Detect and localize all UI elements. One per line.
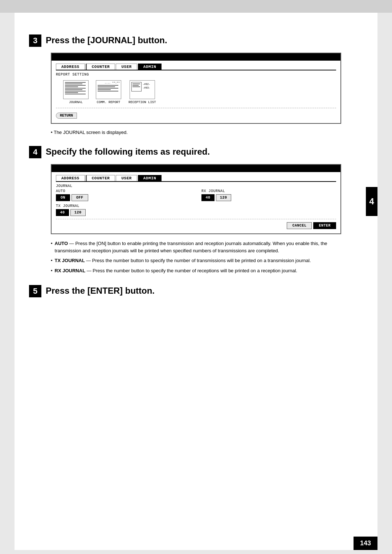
journal-label: JOURNAL	[69, 101, 83, 104]
step5-number: 5	[29, 285, 41, 297]
tab-counter-1[interactable]: COUNTER	[86, 64, 115, 70]
step3-title: Press the [JOURNAL] button.	[46, 35, 167, 45]
journal-icon-item: JOURNAL	[63, 80, 89, 104]
comm-report-icon-item: .... **:** COMM. REPORT	[96, 80, 121, 104]
tx-btn-row: 40 120	[56, 209, 191, 216]
reception-list-icon-box: -#02- -#03-	[130, 80, 155, 99]
screen2-top-bar	[52, 165, 340, 172]
return-btn[interactable]: RETURN	[56, 110, 336, 119]
step3-number: 3	[29, 34, 41, 47]
tab-address-1[interactable]: ADDRESS	[56, 64, 85, 70]
on-button[interactable]: ON	[56, 194, 70, 201]
step3-heading: 3 Press the [JOURNAL] button.	[29, 34, 363, 47]
comm-report-label: COMM. REPORT	[97, 101, 121, 104]
reception-list-label: RECEPTION LIST	[128, 101, 156, 104]
rx-btn-row: 40 120	[201, 194, 336, 201]
off-button[interactable]: OFF	[72, 194, 88, 201]
screen1-mockup: ADDRESS COUNTER USER ADMIN REPORT SETTIN…	[51, 53, 341, 124]
screen2-mockup: ADDRESS COUNTER USER ADMIN JOURNAL AUTO …	[51, 164, 341, 234]
step4-number: 4	[29, 146, 41, 158]
desc-bullet-rx: • RX JOURNAL — Press the number button t…	[51, 267, 341, 274]
report-icons-row: JOURNAL .... **:** COMM. REP	[63, 80, 329, 104]
desc-bullet-auto: • AUTO — Press the [ON] button to enable…	[51, 240, 341, 254]
tab-user-1[interactable]: USER	[116, 64, 137, 70]
col-right: RX JOURNAL 40 120	[201, 189, 336, 219]
col-left: AUTO ON OFF TX JOURNAL 40 120	[56, 189, 191, 219]
step5-title: Press the [ENTER] button.	[46, 286, 155, 296]
rx-120-button[interactable]: 120	[216, 194, 231, 201]
auto-btn-row: ON OFF	[56, 194, 191, 201]
step4-title: Specify the following items as required.	[46, 147, 210, 157]
side-tab: 4	[366, 187, 377, 216]
journal-two-col: AUTO ON OFF TX JOURNAL 40 120 RX JOURNAL…	[56, 189, 336, 219]
screen1-top-bar	[52, 53, 340, 61]
reception-list-icon-item: -#02- -#03- RECEPTION LIST	[128, 80, 156, 104]
screen2-footer: CANCEL ENTER	[56, 219, 336, 229]
tab-counter-2[interactable]: COUNTER	[86, 175, 115, 181]
tab-address-2[interactable]: ADDRESS	[56, 175, 85, 181]
journal-label-top: JOURNAL	[56, 184, 336, 188]
tab-admin-1[interactable]: ADMIN	[138, 64, 162, 70]
page-number: 143	[354, 537, 377, 550]
step4-heading: 4 Specify the following items as require…	[29, 146, 363, 158]
rx-40-button[interactable]: 40	[201, 194, 215, 201]
step3-note: The JOURNAL screen is displayed.	[51, 130, 341, 135]
enter-button[interactable]: ENTER	[313, 222, 336, 229]
desc-section: • AUTO — Press the [ON] button to enable…	[51, 240, 341, 274]
step5-heading: 5 Press the [ENTER] button.	[29, 285, 363, 297]
tx-120-button[interactable]: 120	[70, 209, 86, 216]
tab-admin-2[interactable]: ADMIN	[138, 175, 162, 181]
rx-journal-label: RX JOURNAL	[201, 189, 336, 193]
tx-40-button[interactable]: 40	[56, 209, 69, 216]
tab-user-2[interactable]: USER	[116, 175, 137, 181]
journal-icon-box	[63, 80, 89, 99]
auto-label: AUTO	[56, 189, 191, 193]
desc-bullet-tx: • TX JOURNAL — Press the number button t…	[51, 257, 341, 264]
comm-report-icon-box: .... **:**	[96, 80, 121, 99]
screen2-body: ADDRESS COUNTER USER ADMIN JOURNAL AUTO …	[52, 172, 340, 233]
screen2-tab-bar: ADDRESS COUNTER USER ADMIN	[56, 175, 336, 182]
screen1-tab-bar: ADDRESS COUNTER USER ADMIN	[56, 64, 336, 70]
report-setting-label: REPORT SETTING	[56, 73, 336, 77]
cancel-button[interactable]: CANCEL	[287, 222, 312, 229]
screen1-body: ADDRESS COUNTER USER ADMIN REPORT SETTIN…	[52, 61, 340, 123]
tx-journal-label: TX JOURNAL	[56, 204, 191, 208]
